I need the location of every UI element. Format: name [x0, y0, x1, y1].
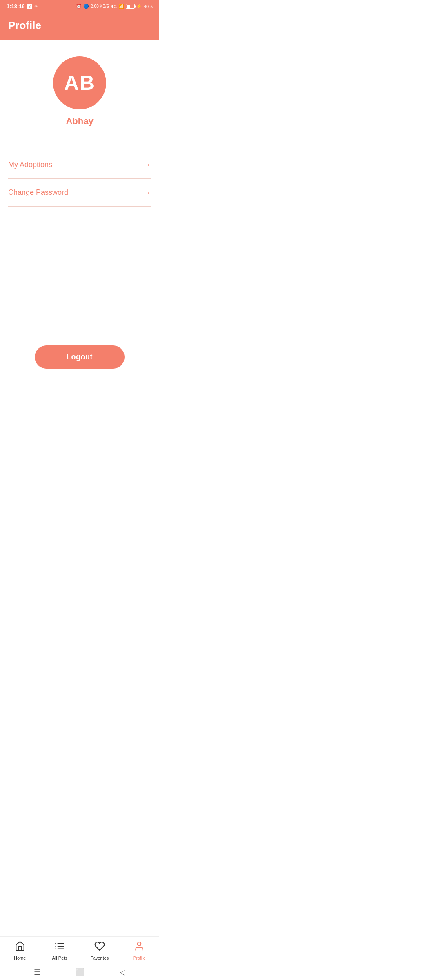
logout-button[interactable]: Logout: [35, 345, 125, 369]
avatar: AB: [53, 56, 106, 109]
signal-icon: 📶: [118, 4, 124, 9]
spacer: [0, 207, 159, 329]
profile-section: AB Abhay: [0, 40, 159, 139]
change-password-arrow: →: [143, 188, 151, 197]
alarm-icon: ⏰: [76, 4, 82, 9]
my-adoptions-item[interactable]: My Adoptions →: [8, 151, 151, 179]
status-right: ⏰ 🔵 2.00 KB/S 4G 📶 ⚡ 40%: [76, 4, 153, 9]
my-adoptions-label: My Adoptions: [8, 160, 52, 169]
logout-section: Logout: [0, 329, 159, 377]
menu-section: My Adoptions → Change Password →: [0, 151, 159, 207]
my-adoptions-arrow: →: [143, 160, 151, 169]
page-title: Profile: [8, 19, 151, 32]
status-time: 1:18:16: [7, 3, 25, 9]
battery-bar: [126, 4, 135, 9]
lightning-icon: ⚡: [136, 4, 142, 9]
profile-name: Abhay: [66, 116, 93, 127]
avatar-initials: AB: [64, 71, 95, 95]
status-bar: 1:18:16 🅱 ✳ ⏰ 🔵 2.00 KB/S 4G 📶 ⚡ 40%: [0, 0, 159, 13]
network-type: 4G: [111, 4, 117, 9]
status-icon-star: ✳: [34, 4, 38, 9]
status-left: 1:18:16 🅱 ✳: [7, 3, 38, 9]
change-password-item[interactable]: Change Password →: [8, 179, 151, 207]
main-content: AB Abhay My Adoptions → Change Password …: [0, 40, 159, 377]
header: Profile: [0, 13, 159, 40]
network-speed: 2.00 KB/S: [91, 4, 109, 9]
change-password-label: Change Password: [8, 188, 68, 197]
bluetooth-icon: 🔵: [83, 4, 89, 9]
battery-fill: [127, 5, 130, 8]
status-icon-b: 🅱: [27, 4, 32, 9]
battery-percent: 40%: [144, 4, 153, 9]
